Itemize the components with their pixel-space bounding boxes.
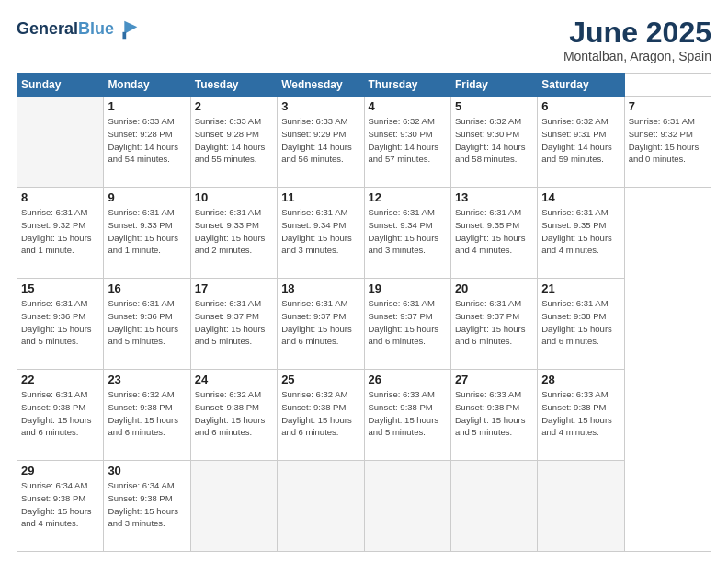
- table-row: 11Sunrise: 6:31 AM Sunset: 9:34 PM Dayli…: [278, 188, 364, 279]
- col-saturday: Saturday: [538, 74, 624, 97]
- day-number: 2: [195, 99, 273, 113]
- day-number: 19: [369, 282, 447, 295]
- title-section: June 2025 Montalban, Aragon, Spain: [563, 17, 711, 63]
- day-number: 8: [21, 190, 99, 204]
- month-title: June 2025: [563, 17, 711, 49]
- day-number: 27: [455, 373, 533, 386]
- day-number: 7: [629, 99, 707, 113]
- day-info: Sunrise: 6:33 AM Sunset: 9:29 PM Dayligh…: [281, 115, 359, 166]
- table-row: 16Sunrise: 6:31 AM Sunset: 9:36 PM Dayli…: [104, 279, 190, 370]
- day-info: Sunrise: 6:34 AM Sunset: 9:38 PM Dayligh…: [21, 479, 99, 530]
- table-row: 24Sunrise: 6:32 AM Sunset: 9:38 PM Dayli…: [190, 370, 277, 461]
- table-row: 12Sunrise: 6:31 AM Sunset: 9:34 PM Dayli…: [364, 188, 450, 279]
- col-tuesday: Tuesday: [190, 74, 277, 97]
- day-info: Sunrise: 6:31 AM Sunset: 9:37 PM Dayligh…: [455, 297, 533, 348]
- day-info: Sunrise: 6:33 AM Sunset: 9:38 PM Dayligh…: [455, 388, 533, 439]
- col-sunday: Sunday: [17, 74, 104, 97]
- logo: GeneralBlue: [17, 17, 142, 42]
- col-thursday: Thursday: [364, 74, 450, 97]
- table-row: 9Sunrise: 6:31 AM Sunset: 9:33 PM Daylig…: [104, 188, 190, 279]
- day-info: Sunrise: 6:33 AM Sunset: 9:28 PM Dayligh…: [195, 115, 273, 166]
- table-row: 14Sunrise: 6:31 AM Sunset: 9:35 PM Dayli…: [538, 188, 624, 279]
- day-info: Sunrise: 6:31 AM Sunset: 9:35 PM Dayligh…: [541, 206, 620, 257]
- table-row: [364, 461, 450, 552]
- calendar-table: Sunday Monday Tuesday Wednesday Thursday…: [17, 73, 711, 552]
- day-number: 3: [281, 99, 359, 113]
- day-info: Sunrise: 6:31 AM Sunset: 9:33 PM Dayligh…: [195, 206, 273, 257]
- day-info: Sunrise: 6:33 AM Sunset: 9:28 PM Dayligh…: [108, 115, 186, 166]
- table-row: 3Sunrise: 6:33 AM Sunset: 9:29 PM Daylig…: [278, 97, 364, 188]
- day-info: Sunrise: 6:31 AM Sunset: 9:33 PM Dayligh…: [108, 206, 186, 257]
- table-row: 29Sunrise: 6:34 AM Sunset: 9:38 PM Dayli…: [17, 461, 104, 552]
- day-info: Sunrise: 6:31 AM Sunset: 9:37 PM Dayligh…: [369, 297, 447, 348]
- day-info: Sunrise: 6:31 AM Sunset: 9:38 PM Dayligh…: [541, 297, 620, 348]
- day-number: 15: [21, 282, 99, 295]
- day-number: 17: [195, 282, 273, 295]
- day-info: Sunrise: 6:31 AM Sunset: 9:36 PM Dayligh…: [108, 297, 186, 348]
- day-info: Sunrise: 6:33 AM Sunset: 9:38 PM Dayligh…: [541, 388, 620, 439]
- svg-rect-1: [123, 32, 127, 39]
- day-info: Sunrise: 6:31 AM Sunset: 9:35 PM Dayligh…: [455, 206, 533, 257]
- day-number: 28: [541, 373, 620, 386]
- day-number: 24: [195, 373, 273, 386]
- day-number: 1: [108, 99, 186, 113]
- logo-text: GeneralBlue: [17, 20, 114, 39]
- table-row: 5Sunrise: 6:32 AM Sunset: 9:30 PM Daylig…: [450, 97, 537, 188]
- table-row: [538, 461, 624, 552]
- day-number: 20: [455, 282, 533, 295]
- day-info: Sunrise: 6:31 AM Sunset: 9:36 PM Dayligh…: [21, 297, 99, 348]
- day-info: Sunrise: 6:32 AM Sunset: 9:38 PM Dayligh…: [281, 388, 359, 439]
- col-friday: Friday: [450, 74, 537, 97]
- table-row: 25Sunrise: 6:32 AM Sunset: 9:38 PM Dayli…: [278, 370, 364, 461]
- day-info: Sunrise: 6:31 AM Sunset: 9:32 PM Dayligh…: [629, 115, 707, 166]
- table-row: 21Sunrise: 6:31 AM Sunset: 9:38 PM Dayli…: [538, 279, 624, 370]
- day-number: 18: [281, 282, 359, 295]
- table-row: 22Sunrise: 6:31 AM Sunset: 9:38 PM Dayli…: [17, 370, 104, 461]
- table-row: 13Sunrise: 6:31 AM Sunset: 9:35 PM Dayli…: [450, 188, 537, 279]
- day-number: 5: [455, 99, 533, 113]
- day-number: 4: [369, 99, 447, 113]
- table-row: 2Sunrise: 6:33 AM Sunset: 9:28 PM Daylig…: [190, 97, 277, 188]
- day-number: 14: [541, 190, 620, 204]
- day-number: 11: [281, 190, 359, 204]
- table-row: 7Sunrise: 6:31 AM Sunset: 9:32 PM Daylig…: [624, 97, 711, 188]
- day-info: Sunrise: 6:32 AM Sunset: 9:31 PM Dayligh…: [541, 115, 620, 166]
- day-number: 26: [369, 373, 447, 386]
- table-row: [450, 461, 537, 552]
- calendar-header-row: Sunday Monday Tuesday Wednesday Thursday…: [17, 74, 711, 97]
- table-row: 10Sunrise: 6:31 AM Sunset: 9:33 PM Dayli…: [190, 188, 277, 279]
- day-info: Sunrise: 6:31 AM Sunset: 9:37 PM Dayligh…: [195, 297, 273, 348]
- day-number: 22: [21, 373, 99, 386]
- day-number: 13: [455, 190, 533, 204]
- day-info: Sunrise: 6:33 AM Sunset: 9:38 PM Dayligh…: [369, 388, 447, 439]
- table-row: 18Sunrise: 6:31 AM Sunset: 9:37 PM Dayli…: [278, 279, 364, 370]
- page: GeneralBlue June 2025 Montalban, Aragon,…: [0, 0, 728, 563]
- day-info: Sunrise: 6:31 AM Sunset: 9:32 PM Dayligh…: [21, 206, 99, 257]
- day-number: 23: [108, 373, 186, 386]
- col-wednesday: Wednesday: [278, 74, 364, 97]
- day-number: 29: [21, 464, 99, 477]
- day-number: 16: [108, 282, 186, 295]
- table-row: 8Sunrise: 6:31 AM Sunset: 9:32 PM Daylig…: [17, 188, 104, 279]
- location: Montalban, Aragon, Spain: [563, 49, 711, 63]
- table-row: 6Sunrise: 6:32 AM Sunset: 9:31 PM Daylig…: [538, 97, 624, 188]
- day-info: Sunrise: 6:31 AM Sunset: 9:34 PM Dayligh…: [281, 206, 359, 257]
- table-row: 1Sunrise: 6:33 AM Sunset: 9:28 PM Daylig…: [104, 97, 190, 188]
- day-info: Sunrise: 6:32 AM Sunset: 9:30 PM Dayligh…: [455, 115, 533, 166]
- table-row: 28Sunrise: 6:33 AM Sunset: 9:38 PM Dayli…: [538, 370, 624, 461]
- day-info: Sunrise: 6:31 AM Sunset: 9:37 PM Dayligh…: [281, 297, 359, 348]
- header: GeneralBlue June 2025 Montalban, Aragon,…: [17, 17, 711, 63]
- table-row: [278, 461, 364, 552]
- table-row: 19Sunrise: 6:31 AM Sunset: 9:37 PM Dayli…: [364, 279, 450, 370]
- svg-marker-0: [124, 21, 137, 34]
- table-row: [190, 461, 277, 552]
- day-number: 9: [108, 190, 186, 204]
- day-info: Sunrise: 6:31 AM Sunset: 9:34 PM Dayligh…: [369, 206, 447, 257]
- day-number: 6: [541, 99, 620, 113]
- day-number: 25: [281, 373, 359, 386]
- day-number: 21: [541, 282, 620, 295]
- day-info: Sunrise: 6:34 AM Sunset: 9:38 PM Dayligh…: [108, 479, 186, 530]
- table-row: 30Sunrise: 6:34 AM Sunset: 9:38 PM Dayli…: [104, 461, 190, 552]
- logo-icon: [116, 17, 142, 42]
- day-info: Sunrise: 6:32 AM Sunset: 9:38 PM Dayligh…: [108, 388, 186, 439]
